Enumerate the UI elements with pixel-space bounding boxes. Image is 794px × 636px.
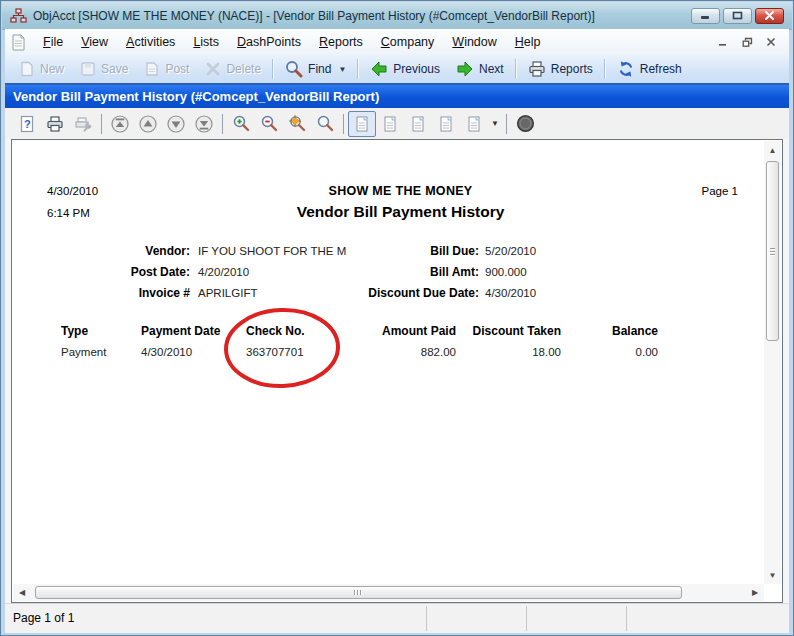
menu-help[interactable]: Help [506, 31, 550, 53]
post-button[interactable]: Post [136, 58, 197, 80]
print-setup-button[interactable] [69, 111, 97, 137]
status-bar: Page 1 of 1 [5, 603, 789, 633]
vertical-scrollbar[interactable]: ▲ ▼ [764, 141, 781, 584]
menu-window[interactable]: Window [443, 31, 505, 53]
refresh-icon [617, 60, 635, 78]
vertical-scroll-thumb[interactable] [766, 161, 779, 341]
new-button[interactable]: New [11, 58, 72, 80]
bill-amt-value: 900.000 [485, 266, 527, 278]
document-question-icon: ? [18, 115, 36, 133]
objacct-orgchart-icon [10, 8, 27, 24]
find-magnifier-icon [285, 60, 303, 78]
reports-printer-icon [528, 60, 546, 78]
menu-view[interactable]: View [72, 31, 117, 53]
zoom-out-button[interactable] [255, 111, 283, 137]
page-layout-3-icon [409, 115, 427, 133]
save-floppy-icon [80, 61, 96, 77]
scroll-down-icon[interactable]: ▼ [764, 568, 781, 582]
column-header: Amount Paid [351, 324, 456, 338]
save-button[interactable]: Save [72, 58, 136, 80]
zoom-in-button[interactable] [227, 111, 255, 137]
reports-button[interactable]: Reports [520, 57, 601, 81]
page-layout-4-button[interactable] [432, 111, 460, 137]
table-cell: Payment [61, 346, 141, 358]
horizontal-scrollbar[interactable]: ◀ ▶ [13, 584, 764, 601]
report-viewer: 4/30/2010 6:14 PM SHOW ME THE MONEY Vend… [11, 139, 783, 603]
help-button[interactable]: ? [13, 111, 41, 137]
menu-activities[interactable]: Activities [117, 31, 184, 53]
new-label: New [40, 62, 64, 76]
scroll-left-icon[interactable]: ◀ [15, 584, 29, 601]
zoom-out-icon [260, 114, 279, 133]
next-page-button[interactable] [162, 111, 190, 137]
post-label: Post [165, 62, 189, 76]
report-company-name: SHOW ME THE MONEY [25, 184, 764, 198]
delete-icon [205, 61, 221, 77]
zoom-wizard-button[interactable] [283, 111, 311, 137]
layout-dropdown-icon: ▼ [491, 119, 499, 128]
find-button[interactable]: Find ▼ [277, 57, 354, 81]
print-icon [46, 115, 64, 133]
delete-label: Delete [226, 62, 261, 76]
maximize-button[interactable] [723, 8, 752, 24]
menu-dashpoints[interactable]: DashPoints [228, 31, 310, 53]
stop-button[interactable] [511, 111, 539, 137]
preview-separator [343, 114, 344, 134]
previous-page-icon [138, 114, 158, 134]
table-cell: 18.00 [456, 346, 561, 358]
layout-dropdown-button[interactable]: ▼ [488, 112, 502, 136]
next-page-icon [166, 114, 186, 134]
next-label: Next [479, 62, 504, 76]
mdi-restore-icon [742, 37, 753, 48]
main-toolbar: New Save Post Delete [5, 55, 789, 85]
zoom-in-icon [232, 114, 251, 133]
last-page-button[interactable] [190, 111, 218, 137]
minimize-icon [700, 11, 711, 20]
page-layout-2-button[interactable] [376, 111, 404, 137]
close-button[interactable] [755, 8, 784, 24]
page-layout-3-button[interactable] [404, 111, 432, 137]
mdi-close-icon [766, 37, 776, 47]
delete-button[interactable]: Delete [197, 58, 269, 80]
status-pane [426, 606, 527, 631]
title-bar: ObjAcct [SHOW ME THE MONEY (NACE)] - [Ve… [2, 2, 792, 30]
last-page-icon [194, 114, 214, 134]
menu-company[interactable]: Company [372, 31, 444, 53]
scroll-right-icon[interactable]: ▶ [748, 584, 762, 601]
menu-reports[interactable]: Reports [310, 31, 372, 53]
svg-text:?: ? [24, 118, 31, 130]
maximize-icon [732, 11, 743, 20]
menu-lists[interactable]: Lists [184, 31, 228, 53]
previous-page-button[interactable] [134, 111, 162, 137]
page-layout-5-button[interactable] [460, 111, 488, 137]
minimize-button[interactable] [691, 8, 720, 24]
horizontal-scroll-thumb[interactable] [35, 586, 682, 599]
next-green-arrow-icon [456, 60, 474, 78]
mdi-close-button[interactable] [763, 36, 779, 49]
bill-due-value: 5/20/2010 [485, 245, 536, 257]
page-layout-1-button[interactable] [348, 111, 376, 137]
mdi-system-menu-icon[interactable] [11, 34, 26, 51]
zoom-button[interactable] [311, 111, 339, 137]
status-pane [526, 606, 627, 631]
previous-button[interactable]: Previous [362, 57, 448, 81]
report-page-number: Page 1 [702, 185, 738, 197]
mdi-restore-button[interactable] [739, 36, 755, 49]
column-header: Check No. [246, 324, 351, 338]
report-title: Vendor Bill Payment History [25, 203, 764, 221]
next-button[interactable]: Next [448, 57, 512, 81]
app-window: ObjAcct [SHOW ME THE MONEY (NACE)] - [Ve… [0, 0, 794, 636]
refresh-button[interactable]: Refresh [609, 57, 690, 81]
first-page-button[interactable] [106, 111, 134, 137]
scroll-up-icon[interactable]: ▲ [764, 143, 781, 157]
menu-bar: File View Activities Lists DashPoints Re… [5, 29, 789, 56]
first-page-icon [110, 114, 130, 134]
menu-file[interactable]: File [34, 31, 72, 53]
close-icon [764, 11, 775, 20]
column-header: Payment Date [141, 324, 246, 338]
find-dropdown-icon[interactable]: ▼ [338, 65, 346, 74]
mdi-minimize-button[interactable] [715, 36, 731, 49]
toolbar-separator [272, 59, 274, 79]
print-button[interactable] [41, 111, 69, 137]
preview-separator [222, 114, 223, 134]
